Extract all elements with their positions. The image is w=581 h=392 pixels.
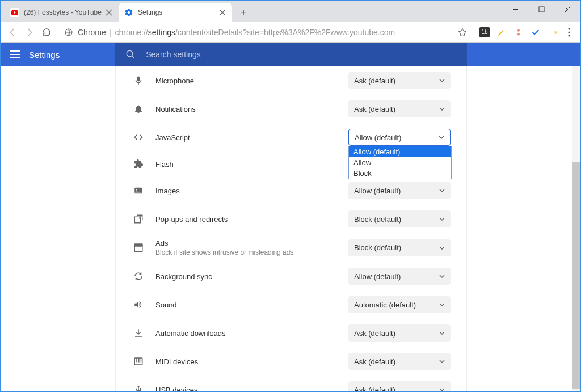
ext-icon-check[interactable] <box>531 27 541 37</box>
chevron-down-icon <box>439 79 445 82</box>
tab-youtube[interactable]: (26) Fossbytes - YouTube <box>5 3 119 22</box>
permission-label: USB devices <box>155 386 348 392</box>
permission-sublabel: Block if site shows intrusive or mislead… <box>155 248 348 256</box>
permission-row-microphone: MicrophoneAsk (default) <box>116 66 466 95</box>
content-area: MicrophoneAsk (default)NotificationsAsk … <box>1 66 580 391</box>
permission-value: Block (default) <box>354 243 401 252</box>
permission-dropdown: Allow (default)AllowBlock <box>348 146 452 179</box>
permission-row-images: ImagesAllow (default) <box>116 176 466 205</box>
dropdown-option[interactable]: Allow (default) <box>349 146 451 157</box>
permission-select[interactable]: Ask (default) <box>348 100 451 117</box>
puzzle-icon <box>132 159 145 169</box>
menu-icon[interactable] <box>1 50 29 58</box>
page-title: Settings <box>29 50 60 60</box>
globe-icon <box>64 28 73 37</box>
permission-value: Block (default) <box>354 215 401 224</box>
scrollbar[interactable] <box>572 66 580 391</box>
permission-select[interactable]: Block (default) <box>348 210 451 227</box>
bookmark-star-icon[interactable] <box>458 28 467 37</box>
permission-label: MIDI devices <box>155 357 348 366</box>
sync-icon <box>132 271 145 281</box>
permission-value: Ask (default) <box>354 329 395 338</box>
svg-point-2 <box>554 31 558 34</box>
dropdown-option[interactable]: Block <box>349 168 451 179</box>
forward-button[interactable] <box>21 24 38 41</box>
permission-label: Images <box>155 187 348 195</box>
permission-row-notifications: NotificationsAsk (default) <box>116 95 466 123</box>
chevron-down-icon <box>439 360 445 363</box>
ext-icon-pencil[interactable] <box>496 27 507 37</box>
download-icon <box>132 328 145 338</box>
dropdown-option[interactable]: Allow <box>349 157 451 168</box>
search-input[interactable] <box>146 50 457 59</box>
svg-point-5 <box>568 28 570 29</box>
chevron-down-icon <box>439 136 444 139</box>
scrollbar-thumb[interactable] <box>572 162 580 389</box>
permission-select[interactable]: Ask (default) <box>348 72 451 89</box>
permission-value: Allow (default) <box>355 133 401 142</box>
chevron-down-icon <box>439 331 445 335</box>
permission-select[interactable]: Ask (default) <box>348 381 451 391</box>
tab-settings[interactable]: Settings <box>119 3 232 22</box>
extension-icons: 1b <box>479 27 558 37</box>
ads-icon <box>132 243 145 253</box>
back-button[interactable] <box>4 24 21 41</box>
permission-row-usb-devices: USB devicesAsk (default) <box>116 376 466 391</box>
permission-label: JavaScript <box>155 133 348 142</box>
permission-value: Ask (default) <box>354 77 395 85</box>
chevron-down-icon <box>439 275 445 278</box>
permissions-list: MicrophoneAsk (default)NotificationsAsk … <box>115 66 467 391</box>
permission-value: Ask (default) <box>354 105 395 113</box>
permission-value: Ask (default) <box>354 357 395 366</box>
ext-icon-diamond[interactable] <box>513 27 524 37</box>
svg-point-10 <box>136 189 137 190</box>
permission-select[interactable]: Ask (default) <box>348 324 451 342</box>
gear-icon <box>124 8 133 17</box>
close-icon[interactable] <box>105 9 113 16</box>
tab-title: (26) Fossbytes - YouTube <box>24 9 102 16</box>
sound-icon <box>132 300 145 310</box>
permission-row-automatic-downloads: Automatic downloadsAsk (default) <box>116 319 466 347</box>
permission-label: Pop-ups and redirects <box>155 215 348 224</box>
ext-icon-1b[interactable]: 1b <box>479 27 490 37</box>
svg-point-3 <box>555 32 555 32</box>
browser-titlebar: (26) Fossbytes - YouTube Settings + <box>1 1 580 22</box>
code-icon <box>132 132 145 142</box>
permission-select[interactable]: Allow (default) <box>348 182 451 199</box>
permission-select[interactable]: Automatic (default) <box>348 296 451 313</box>
window-controls <box>502 1 580 18</box>
settings-search[interactable] <box>115 43 467 66</box>
permission-label: Microphone <box>155 77 348 85</box>
image-icon <box>132 186 145 196</box>
permission-value: Allow (default) <box>354 187 401 195</box>
maximize-button[interactable] <box>528 1 554 18</box>
close-window-button[interactable] <box>554 1 580 18</box>
permission-select[interactable]: Block (default) <box>348 239 451 256</box>
permission-label: Automatic downloads <box>155 329 348 338</box>
popup-icon <box>132 214 145 224</box>
minimize-button[interactable] <box>502 1 528 18</box>
svg-point-7 <box>568 35 570 36</box>
close-icon[interactable] <box>218 9 226 16</box>
midi-icon <box>132 356 145 366</box>
permission-select[interactable]: Ask (default) <box>348 353 451 370</box>
permission-label: AdsBlock if site shows intrusive or misl… <box>155 239 348 256</box>
permission-row-sound: SoundAutomatic (default) <box>116 290 466 319</box>
reload-button[interactable] <box>38 24 55 41</box>
permission-label: Background sync <box>155 272 348 281</box>
permission-label: Notifications <box>155 105 348 113</box>
menu-button[interactable] <box>561 24 577 40</box>
new-tab-button[interactable]: + <box>235 5 251 20</box>
bell-icon <box>132 104 145 114</box>
chevron-down-icon <box>439 217 445 221</box>
address-bar[interactable]: Chrome | chrome://settings/content/siteD… <box>58 24 473 40</box>
omnibox-url: chrome://settings/content/siteDetails?si… <box>115 28 458 37</box>
permission-select[interactable]: Allow (default) <box>348 268 451 285</box>
chevron-down-icon <box>439 303 445 306</box>
omnibox-label: Chrome <box>78 28 106 37</box>
browser-toolbar: Chrome | chrome://settings/content/siteD… <box>1 22 580 43</box>
search-icon <box>125 49 136 60</box>
permission-select[interactable]: Allow (default)Allow (default)AllowBlock <box>348 129 451 146</box>
settings-header: Settings <box>1 43 580 66</box>
profile-avatar[interactable] <box>548 27 558 37</box>
